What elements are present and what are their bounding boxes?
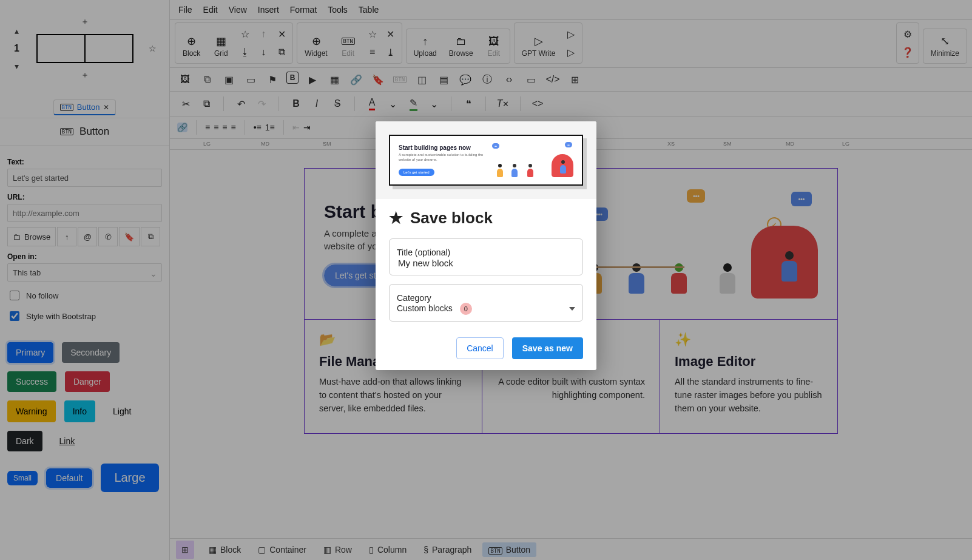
star-filled-icon: ★ [389,209,403,228]
title-input[interactable] [397,257,575,269]
preview-illustration: •• •• [492,142,573,178]
dialog-preview: Start building pages now A complete and … [376,121,596,199]
title-label: Title (optional) [397,248,450,257]
category-select[interactable]: Custom blocks 0 [397,303,575,315]
preview-cta: Let's get started [399,169,434,176]
preview-sub: A complete and customizable solution to … [399,153,486,163]
dialog-heading: ★Save block [389,209,583,228]
title-field: Title (optional) [389,238,583,275]
save-block-dialog: Start building pages now A complete and … [376,121,596,370]
category-field: Category Custom blocks 0 [389,284,583,322]
category-count-badge: 0 [460,303,472,315]
category-label: Category [397,293,431,303]
save-button[interactable]: Save as new [512,337,583,359]
chevron-down-icon [569,307,575,311]
cancel-button[interactable]: Cancel [456,337,504,359]
preview-title: Start building pages now [399,144,486,151]
category-value: Custom blocks [397,303,453,313]
dialog-heading-text: Save block [410,209,493,228]
